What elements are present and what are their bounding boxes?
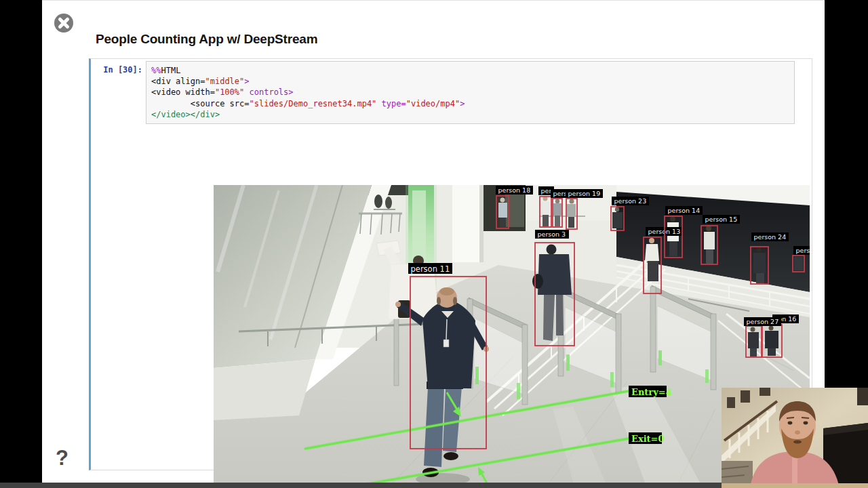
desk-edge: [722, 483, 868, 488]
detection-label: person 14: [668, 207, 701, 214]
page-title: People Counting App w/ DeepStream: [96, 32, 317, 47]
detection-label: pers: [553, 190, 568, 197]
close-icon: [53, 12, 75, 34]
seated-person: [385, 197, 392, 209]
detection-label: person 23: [614, 197, 647, 205]
seated-person: [374, 195, 382, 208]
code-editor[interactable]: %%HTML<div align="middle"><video width="…: [146, 61, 795, 124]
close-button[interactable]: [53, 12, 75, 34]
video-output[interactable]: person 18perpersperson 19person 23person…: [214, 185, 810, 488]
detection-label: person 15: [705, 216, 738, 223]
letterbox-left: [0, 0, 42, 488]
presentation-stage: People Counting App w/ DeepStream In [30…: [0, 0, 868, 488]
exit-counter-text: Exit=0: [631, 434, 665, 444]
detection-label: per: [541, 187, 552, 195]
detection-label: person 11: [411, 264, 450, 274]
cell-input-row: In [30]: %%HTML<div align="middle"><vide…: [91, 61, 812, 124]
notebook-cell: In [30]: %%HTML<div align="middle"><vide…: [89, 58, 812, 470]
presenter-webcam: [722, 388, 868, 488]
detection-label: person 19: [568, 190, 601, 197]
help-button[interactable]: ?: [56, 446, 68, 470]
exit-counter: Exit=0: [629, 432, 665, 444]
detection-label: perso: [796, 247, 810, 254]
entry-counter: Entry=4: [629, 386, 672, 397]
notebook-slide: People Counting App w/ DeepStream In [30…: [42, 0, 825, 484]
detection-label: person 24: [754, 233, 787, 241]
white-column: [452, 185, 484, 262]
detection-label: person 18: [498, 186, 531, 194]
lower-left-wall: [214, 359, 315, 420]
entry-counter-text: Entry=4: [631, 387, 672, 397]
detection-label: person 27: [747, 318, 779, 325]
cell-prompt: In [30]:: [91, 61, 142, 75]
surveillance-frame: person 18perpersperson 19person 23person…: [214, 185, 810, 488]
detection-label: person 3: [538, 230, 566, 238]
